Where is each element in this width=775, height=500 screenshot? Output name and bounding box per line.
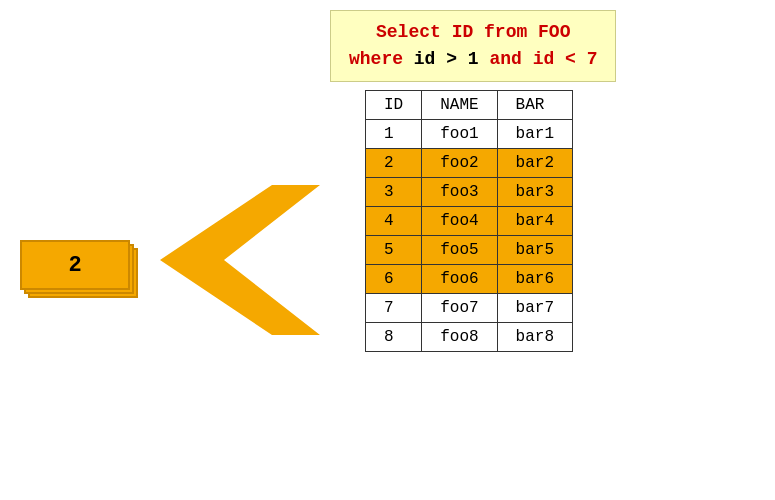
table-row: 7foo7bar7: [366, 294, 573, 323]
keyword-where: where: [349, 49, 414, 69]
cell-id: 5: [366, 236, 422, 265]
chevron-shape: [160, 185, 320, 335]
cell-name: foo5: [422, 236, 497, 265]
cell-name: foo4: [422, 207, 497, 236]
cell-bar: bar8: [497, 323, 572, 352]
cell-id: 2: [366, 149, 422, 178]
cell-id: 8: [366, 323, 422, 352]
table-row: 6foo6bar6: [366, 265, 573, 294]
keyword-foo: FOO: [538, 22, 570, 42]
col-header-name: NAME: [422, 91, 497, 120]
condition-2: id < 7: [533, 49, 598, 69]
col-header-bar: BAR: [497, 91, 572, 120]
cell-bar: bar5: [497, 236, 572, 265]
cell-name: foo2: [422, 149, 497, 178]
query-line2: where id > 1 and id < 7: [349, 46, 597, 73]
table-row: 4foo4bar4: [366, 207, 573, 236]
query-line1: Select ID from FOO: [349, 19, 597, 46]
keyword-and: and: [489, 49, 532, 69]
cell-bar: bar4: [497, 207, 572, 236]
table-row: 5foo5bar5: [366, 236, 573, 265]
cell-name: foo1: [422, 120, 497, 149]
cell-id: 7: [366, 294, 422, 323]
cell-bar: bar3: [497, 178, 572, 207]
cell-bar: bar6: [497, 265, 572, 294]
cell-name: foo7: [422, 294, 497, 323]
cell-bar: bar7: [497, 294, 572, 323]
data-table: ID NAME BAR 1foo1bar12foo2bar23foo3bar34…: [365, 90, 573, 352]
cell-bar: bar2: [497, 149, 572, 178]
keyword-from: from: [484, 22, 538, 42]
cell-id: 6: [366, 265, 422, 294]
cell-bar: bar1: [497, 120, 572, 149]
query-box: Select ID from FOO where id > 1 and id <…: [330, 10, 616, 82]
card-value: 2: [68, 253, 81, 278]
cell-name: foo6: [422, 265, 497, 294]
cell-id: 3: [366, 178, 422, 207]
chevron-arrow: [160, 185, 330, 345]
table-row: 3foo3bar3: [366, 178, 573, 207]
condition-1: id > 1: [414, 49, 490, 69]
cell-name: foo8: [422, 323, 497, 352]
table-row: 2foo2bar2: [366, 149, 573, 178]
cell-id: 4: [366, 207, 422, 236]
card-front: 2: [20, 240, 130, 290]
table-row: 1foo1bar1: [366, 120, 573, 149]
col-header-id: ID: [366, 91, 422, 120]
table-row: 8foo8bar8: [366, 323, 573, 352]
keyword-id: ID: [452, 22, 484, 42]
keyword-select: Select: [376, 22, 452, 42]
cell-name: foo3: [422, 178, 497, 207]
cell-id: 1: [366, 120, 422, 149]
table-header-row: ID NAME BAR: [366, 91, 573, 120]
